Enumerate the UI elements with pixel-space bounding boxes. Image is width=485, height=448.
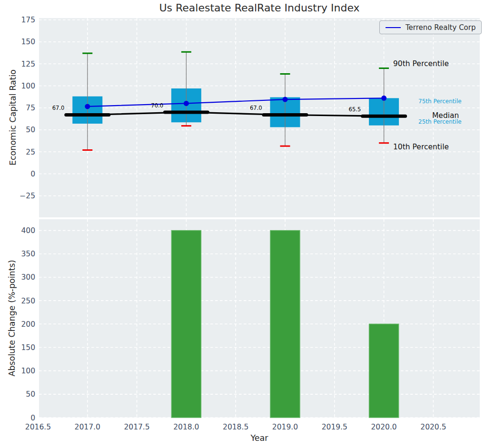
bottom-ytick-label: 0: [30, 414, 35, 422]
xtick-label: 2020.0: [371, 423, 396, 431]
bottom-ytick-label: 400: [21, 226, 35, 235]
xtick-label: 2020.5: [420, 423, 446, 431]
figure: 1751501251007550250−25400350300250200150…: [0, 0, 485, 448]
annotation-75th-percentile: 75th Percentile: [418, 98, 462, 105]
bottom-ytick-label: 350: [21, 250, 35, 258]
annotation-25th-percentile: 25th Percentile: [418, 118, 462, 125]
median-value-label-2020: 65.5: [349, 106, 361, 113]
top-ytick-label: 25: [26, 148, 35, 156]
top-ytick-label: 50: [26, 126, 35, 134]
bottom-ytick-label: 200: [21, 320, 35, 329]
xtick-label: 2019.0: [272, 423, 298, 431]
annotation-90th-percentile: 90th Percentile: [393, 59, 449, 68]
bottom-ytick-label: 100: [21, 367, 35, 375]
company-point-2019: [282, 97, 287, 102]
figure-title: Us Realestate RealRate Industry Index: [39, 2, 480, 14]
top-y-axis-label: Economic Capital Ratio: [8, 69, 18, 166]
median-value-label-2019: 67.0: [250, 105, 262, 111]
xtick-label: 2019.5: [322, 423, 347, 431]
bottom-ytick-label: 150: [21, 343, 35, 352]
bar-2018: [171, 231, 201, 418]
bar-2019: [270, 231, 300, 418]
bottom-ytick-label: 250: [21, 297, 35, 305]
legend: Terreno Realty Corp: [379, 20, 482, 34]
bar-2020: [369, 324, 399, 418]
median-value-label-2017: 67.0: [52, 105, 65, 111]
legend-line-sample-icon: [386, 27, 401, 28]
top-ytick-label: 100: [21, 82, 35, 90]
x-axis-label: Year: [39, 433, 480, 443]
top-ytick-label: 150: [21, 38, 35, 46]
bottom-ytick-label: 300: [21, 273, 35, 282]
bottom-y-axis-label: Absolute Change (%-points): [7, 260, 17, 377]
bottom-ytick-label: 50: [26, 390, 35, 399]
company-point-2020: [381, 96, 386, 101]
top-ytick-label: 75: [26, 104, 35, 112]
median-value-label-2018: 70.0: [151, 102, 163, 109]
xtick-label: 2017.5: [124, 423, 149, 431]
top-ytick-label: 175: [21, 16, 35, 24]
xtick-label: 2016.5: [25, 423, 51, 431]
top-ytick-label: −25: [20, 192, 35, 200]
xtick-label: 2018.0: [173, 423, 199, 431]
top-ytick-label: 125: [21, 60, 35, 68]
annotation-10th-percentile: 10th Percentile: [393, 143, 449, 151]
company-point-2017: [85, 104, 90, 109]
company-point-2018: [184, 101, 189, 106]
xtick-label: 2017.0: [75, 423, 100, 431]
xtick-label: 2018.5: [223, 423, 248, 431]
legend-label: Terreno Realty Corp: [406, 23, 475, 32]
top-ytick-label: 0: [30, 170, 35, 178]
